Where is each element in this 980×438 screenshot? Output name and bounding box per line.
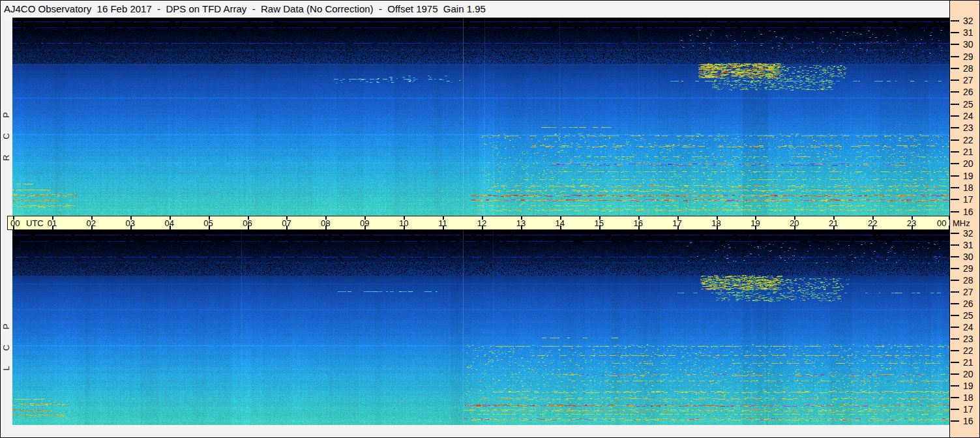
freq-tick-label: 31 [963, 27, 973, 38]
freq-tick [951, 350, 959, 351]
time-tick-label: 19 [750, 218, 760, 228]
title-bar: AJ4CO Observatory 16 Feb 2017 - DPS on T… [1, 1, 949, 18]
rcp-spectrogram-canvas [12, 18, 950, 216]
time-tick-label: 06 [243, 218, 252, 228]
freq-tick [951, 244, 959, 246]
freq-tick-label: 25 [963, 310, 973, 321]
freq-tick-label: 24 [963, 322, 973, 332]
time-tick-label: 11 [438, 218, 447, 228]
lcp-polarization-label: L C P [1, 305, 11, 383]
freq-tick [951, 139, 959, 141]
freq-tick [951, 409, 959, 410]
freq-tick-label: 23 [963, 334, 973, 344]
time-tick-label: 16 [633, 218, 642, 228]
freq-tick [951, 44, 959, 45]
freq-tick [951, 338, 959, 340]
time-tick-label: 00 [10, 218, 20, 228]
time-axis: 0001020304050607080910111213141516171819… [7, 216, 950, 230]
frequency-scale-column: MHz 323130292827262524232221201918171632… [949, 1, 980, 438]
freq-tick [951, 362, 959, 363]
freq-tick-label: 22 [963, 135, 973, 145]
freq-tick-label: 25 [963, 99, 973, 110]
time-tick-label: 10 [399, 218, 408, 228]
time-tick-label: 18 [711, 218, 720, 228]
freq-tick-label: 18 [963, 182, 973, 193]
freq-tick-label: 29 [963, 51, 973, 62]
freq-tick-label: 20 [963, 369, 973, 379]
freq-tick-label: 31 [963, 240, 973, 250]
time-tick-label: 03 [126, 218, 135, 228]
freq-tick-label: 21 [963, 357, 973, 368]
freq-tick [951, 385, 959, 387]
freq-tick-label: 26 [963, 87, 973, 97]
freq-tick-label: 32 [963, 228, 973, 239]
freq-tick [951, 20, 959, 22]
time-tick-label: 01 [48, 218, 57, 228]
time-tick-label: 13 [516, 218, 526, 228]
freq-tick-label: 17 [963, 194, 973, 205]
freq-tick-label: 29 [963, 263, 973, 274]
freq-tick [951, 163, 959, 164]
freq-tick [951, 233, 959, 234]
freq-tick [951, 256, 959, 257]
rcp-polarization-label: R C P [1, 95, 11, 173]
time-tick-label: 00 [937, 218, 946, 228]
freq-unit-label: MHz [953, 218, 970, 228]
dps-spectrogram-window: AJ4CO Observatory 16 Feb 2017 - DPS on T… [0, 0, 980, 438]
freq-tick-label: 23 [963, 123, 973, 133]
freq-tick [951, 291, 959, 293]
freq-tick [951, 151, 959, 153]
freq-tick-label: 28 [963, 63, 973, 74]
freq-tick-label: 18 [963, 392, 973, 403]
time-tick-label: 14 [556, 218, 565, 228]
freq-tick [951, 420, 959, 422]
freq-tick [951, 187, 959, 188]
freq-tick [951, 104, 959, 105]
freq-tick [951, 56, 959, 57]
time-tick-label: 15 [595, 218, 604, 228]
freq-tick [951, 199, 959, 200]
freq-tick [951, 268, 959, 269]
time-tick-label: 21 [829, 218, 838, 228]
freq-tick [951, 315, 959, 316]
time-tick-label: 22 [868, 218, 877, 228]
freq-tick [951, 211, 959, 212]
freq-tick [951, 373, 959, 375]
freq-tick-label: 27 [963, 287, 973, 297]
freq-tick-label: 19 [963, 381, 973, 391]
time-tick-label: 23 [907, 218, 916, 228]
freq-tick-label: 27 [963, 75, 973, 85]
freq-tick-label: 22 [963, 345, 973, 356]
freq-tick-label: 21 [963, 147, 973, 157]
time-unit-label: UTC [26, 218, 44, 228]
freq-tick [951, 127, 959, 128]
freq-tick [951, 327, 959, 328]
freq-tick-label: 26 [963, 299, 973, 309]
freq-tick-label: 17 [963, 404, 973, 415]
freq-tick [951, 115, 959, 117]
freq-tick-label: 16 [963, 207, 973, 217]
freq-tick-label: 30 [963, 39, 973, 50]
freq-tick-label: 19 [963, 171, 973, 181]
freq-tick [951, 91, 959, 93]
freq-tick-label: 30 [963, 252, 973, 262]
freq-tick [951, 32, 959, 33]
time-tick-label: 17 [672, 218, 681, 228]
freq-tick [951, 175, 959, 177]
time-tick-label: 05 [203, 218, 213, 228]
freq-tick [951, 68, 959, 69]
freq-tick-label: 24 [963, 111, 973, 121]
page-title: AJ4CO Observatory 16 Feb 2017 - DPS on T… [4, 3, 486, 14]
time-tick-label: 02 [87, 218, 96, 228]
time-tick-label: 20 [790, 218, 799, 228]
time-tick-label: 07 [282, 218, 291, 228]
freq-tick-label: 16 [963, 416, 973, 426]
freq-tick [951, 280, 959, 281]
freq-tick-label: 32 [963, 16, 973, 26]
time-tick-label: 12 [477, 218, 486, 228]
time-tick-label: 09 [360, 218, 369, 228]
time-tick-label: 08 [321, 218, 330, 228]
lcp-spectrogram-canvas [12, 230, 950, 425]
bottom-margin [1, 425, 949, 438]
time-tick-label: 04 [164, 218, 173, 228]
